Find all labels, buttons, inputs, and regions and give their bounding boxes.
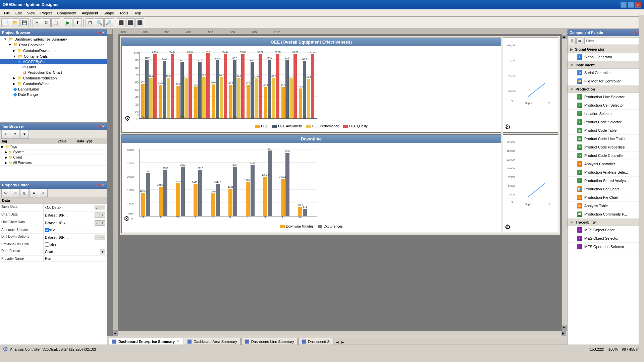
tab-prev-button[interactable]: ◄ <box>335 340 339 345</box>
menu-shape[interactable]: Shape <box>101 10 117 16</box>
prop-row-provider-name[interactable]: Provider NameRun <box>0 256 107 262</box>
palette-section-traceability-header[interactable]: ▼ Traceability <box>568 219 644 226</box>
menu-project[interactable]: Project <box>38 10 54 16</box>
tree-item-dashboard-enterprise-summary[interactable]: ▼📂 Dashboard Enterprise Summary <box>0 36 107 42</box>
palette-item-prod-code-props[interactable]: ⚙ Product Code Properties <box>568 143 644 152</box>
minimize-button[interactable]: — <box>621 2 627 8</box>
palette-item-mes-obj-editor[interactable]: ✏ MES Object Editor <box>568 226 644 234</box>
tb-pin-button[interactable]: 📌 <box>97 125 101 128</box>
zoom-fit-button[interactable]: ⊡ <box>86 18 94 27</box>
tree-item-bannerlabel[interactable]: 🔷 BannerLabel <box>0 86 107 92</box>
window-controls[interactable]: — □ ✕ <box>621 2 641 8</box>
prop-row-line-chart-data[interactable]: Line Chart DataDataset [1R x ......> <box>0 219 107 227</box>
align-left-button[interactable]: ⬛ <box>117 18 125 27</box>
scroll-left-button[interactable]: ◄ <box>113 331 118 336</box>
designer-canvas[interactable]: OEE (Overall Equipment Effectiveness) 10… <box>118 34 561 330</box>
horizontal-scrollbar[interactable]: ◄ ► <box>113 330 567 336</box>
copy-button[interactable]: ⧉ <box>42 18 51 27</box>
prop-checkbox[interactable] <box>45 242 49 247</box>
prop-edit-button[interactable]: ... <box>95 213 100 218</box>
palette-item-prod-pie-chart[interactable]: 🥧 Production Pie Chart <box>568 193 644 202</box>
palette-view-buttons[interactable]: ☰ ⊞ <box>569 38 583 44</box>
tree-item-label[interactable]: 🏷 Label <box>0 64 107 70</box>
palette-item-prod-analysis-sel[interactable]: ≡ Production Analysis Sele... <box>568 168 644 177</box>
pe-sort-alpha-button[interactable]: AZ <box>1 189 10 197</box>
prop-dropdown-button[interactable]: ▼ <box>100 249 105 254</box>
close-button[interactable]: ✕ <box>635 2 641 8</box>
pe-expand-button[interactable]: ⊞ <box>11 189 19 197</box>
palette-item-prod-cell-sel[interactable]: ≡ Production Cell Selector <box>568 101 644 110</box>
publish-button[interactable]: ⬆ <box>73 18 82 27</box>
tag-browser-controls[interactable]: 📌 ✕ <box>97 125 105 128</box>
tag-refresh-button[interactable]: ⟳ <box>11 130 19 139</box>
menu-alignment[interactable]: Alignment <box>79 10 101 16</box>
menu-help[interactable]: Help <box>131 10 144 16</box>
save-button[interactable]: 💾 <box>20 18 29 27</box>
prop-row-chart-data[interactable]: Chart DataDataset [10R ......> <box>0 212 107 219</box>
palette-item-prod-line-sel[interactable]: ≡ Production Line Selector <box>568 93 644 101</box>
palette-item-mes-op-selector[interactable]: ≡ MES Operation Selector <box>568 243 644 251</box>
prop-row-drill-down-options[interactable]: Drill Down OptionsDataset [16R ......> <box>0 234 107 241</box>
tree-item-containerproduction[interactable]: ▶📁 ContainerProduction <box>0 75 107 81</box>
tag-row[interactable]: ▶ 📁 System <box>0 149 107 155</box>
menu-view[interactable]: View <box>24 10 38 16</box>
project-browser-controls[interactable]: 📌 ✕ <box>97 31 105 35</box>
new-button[interactable]: 📄 <box>1 18 10 27</box>
tab-dashboard-line[interactable]: Dashboard Line Summary <box>241 338 298 345</box>
palette-scrollbar[interactable] <box>639 29 644 345</box>
tag-row[interactable]: ▶ 📁 Tags <box>0 144 107 149</box>
menu-component[interactable]: Component <box>55 10 79 16</box>
palette-item-analysis-ctrl[interactable]: ⚙ Analysis Controller <box>568 160 644 168</box>
tag-add-button[interactable]: + <box>1 130 10 139</box>
pb-pin-button[interactable]: 📌 <box>97 31 101 35</box>
pe-view-button[interactable]: ◫ <box>20 189 29 197</box>
pe-binding-button[interactable]: A <box>39 189 48 197</box>
tag-row[interactable]: ▶ 📁 Client <box>0 155 107 160</box>
scroll-right-button[interactable]: ► <box>561 331 566 336</box>
align-center-button[interactable]: ⬛ <box>126 18 135 27</box>
palette-item-prod-code-tbl[interactable]: ▦ Product Code Table <box>568 126 644 135</box>
prop-row-automatic-update[interactable]: Automatic Updatetrue <box>0 227 107 234</box>
menu-file[interactable]: File <box>1 10 13 16</box>
zoom-in-button[interactable]: 🔎 <box>104 18 113 27</box>
palette-item-prod-bar-chart[interactable]: 📊 Production Bar Chart <box>568 185 644 193</box>
tab-dashboard-s[interactable]: Dashboard S <box>299 338 333 345</box>
prop-binding-button[interactable]: > <box>100 205 105 210</box>
palette-item-mes-obj-selector[interactable]: ≡ MES Object Selector <box>568 234 644 243</box>
palette-item-prod-code-ctrl[interactable]: ⚙ Product Code Controller <box>568 152 644 160</box>
tag-filter-button[interactable]: ▼ <box>20 130 29 139</box>
palette-section-signal-header[interactable]: ▶ Signal Generator <box>568 46 644 53</box>
tab-dashboard-enterprise[interactable]: Dashboard Enterprise Summary ✕ <box>109 338 183 345</box>
pe-config-button[interactable]: ⚙ <box>30 189 38 197</box>
pe-close-button[interactable]: ✕ <box>102 183 105 187</box>
palette-item-prod-code-sel[interactable]: ≡ Product Code Selector <box>568 118 644 126</box>
prop-row-table-data[interactable]: Table Data<No Data>...> <box>0 204 107 212</box>
menu-edit[interactable]: Edit <box>13 10 24 16</box>
prop-binding-button[interactable]: > <box>100 213 105 218</box>
prop-binding-button[interactable]: > <box>100 220 105 226</box>
palette-item-prod-code-line-tbl[interactable]: ▦ Product Code Line Table <box>568 135 644 143</box>
menu-tools[interactable]: Tools <box>117 10 131 16</box>
tree-item-date-range[interactable]: 🔷 Date Range <box>0 92 107 97</box>
tree-item-containeroee[interactable]: ▼📂 ContainerOEE <box>0 53 107 59</box>
tree-item-production-bar-chart[interactable]: 📊 Production Bar Chart <box>0 70 107 75</box>
palette-grid-view[interactable]: ⊞ <box>576 38 583 44</box>
palette-item-location-sel[interactable]: 📍 Location Selector <box>568 110 644 118</box>
pe-pin-button[interactable]: 📌 <box>97 183 101 187</box>
tab-close-enterprise[interactable]: ✕ <box>177 340 179 343</box>
palette-pin-button[interactable]: 📌 <box>633 31 638 35</box>
palette-filter-input[interactable] <box>584 38 643 44</box>
cut-button[interactable]: ✂ <box>33 18 41 27</box>
zoom-out-button[interactable]: 🔍 <box>95 18 104 27</box>
prop-checkbox[interactable] <box>45 228 49 232</box>
scroll-down-button[interactable]: ▼ <box>562 325 567 330</box>
tree-item-acoeebysite[interactable]: 🔷 ACOEEBySite <box>0 59 107 64</box>
palette-list-view[interactable]: ☰ <box>569 38 576 44</box>
palette-section-instrument-header[interactable]: ▼ Instrument <box>568 62 644 69</box>
prop-binding-button[interactable]: > <box>100 235 105 240</box>
tree-item-containerwaste[interactable]: ▶📁 ContainerWaste <box>0 81 107 86</box>
tab-dashboard-area[interactable]: Dashboard Area Summary <box>184 338 241 345</box>
pb-close-button[interactable]: ✕ <box>102 31 105 35</box>
tab-nav-buttons[interactable]: ◄ ► <box>335 340 345 345</box>
palette-section-production-header[interactable]: ▼ Production <box>568 86 644 93</box>
